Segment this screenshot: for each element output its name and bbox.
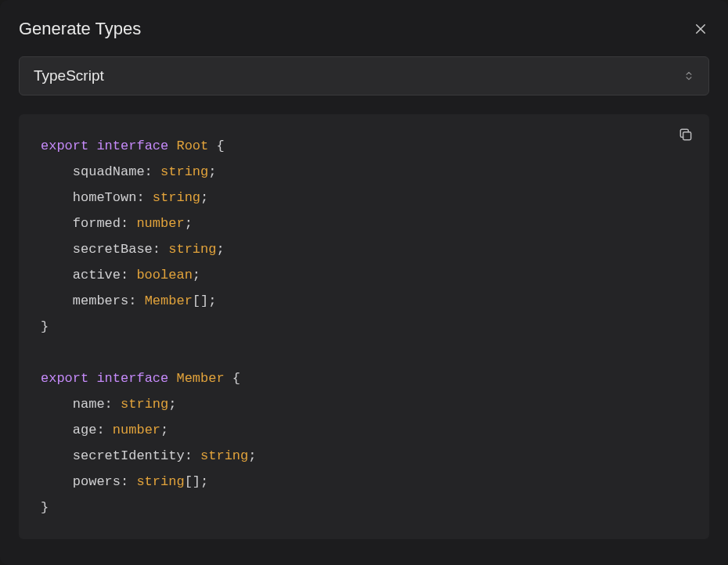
language-select-wrap: TypeScript: [19, 56, 709, 95]
dialog-title: Generate Types: [19, 19, 141, 39]
close-icon: [694, 22, 708, 36]
generate-types-dialog: Generate Types TypeScript export interfa…: [0, 0, 728, 565]
language-select[interactable]: TypeScript: [19, 56, 709, 95]
dialog-header: Generate Types: [19, 19, 709, 39]
copy-button[interactable]: [678, 127, 695, 144]
svg-rect-2: [683, 132, 691, 140]
language-select-value: TypeScript: [34, 67, 104, 85]
code-panel: export interface Root { squadName: strin…: [19, 114, 709, 539]
generated-code[interactable]: export interface Root { squadName: strin…: [41, 133, 687, 520]
copy-icon: [678, 127, 694, 142]
close-button[interactable]: [692, 20, 709, 38]
chevron-up-down-icon: [683, 70, 694, 81]
